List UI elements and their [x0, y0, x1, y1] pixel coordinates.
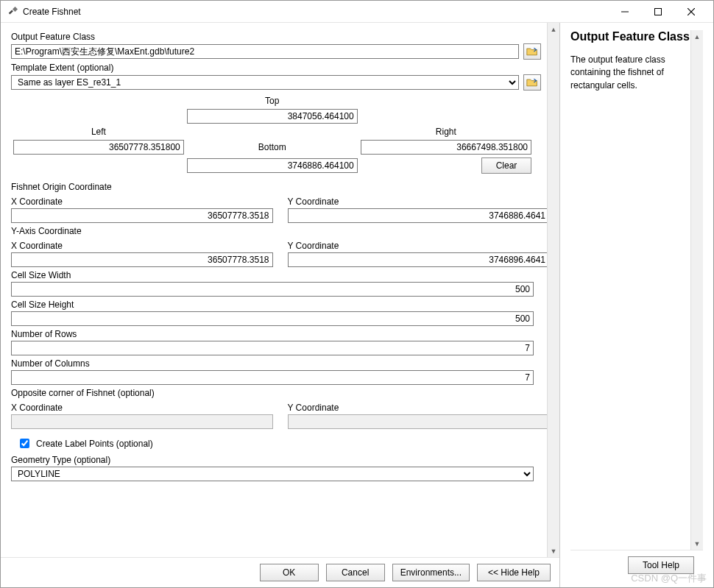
maximize-button[interactable]: [641, 1, 674, 22]
extent-left-input[interactable]: [13, 140, 184, 155]
clear-extent-button[interactable]: Clear: [481, 157, 531, 174]
opp-corner-label: Opposite corner of Fishnet (optional): [11, 388, 549, 398]
extent-top-input[interactable]: [187, 109, 358, 124]
output-fc-label: Output Feature Class: [11, 32, 549, 42]
opp-y-label: Y Coordinate: [288, 403, 550, 413]
extent-grid: Top Left Right: [11, 93, 534, 176]
bottom-label: Bottom: [258, 142, 286, 152]
main-scrollbar[interactable]: ▲ ▼: [547, 23, 559, 557]
geometry-type-label: Geometry Type (optional): [11, 455, 549, 465]
yaxis-x-label: X Coordinate: [11, 241, 273, 251]
browse-extent-button[interactable]: [523, 74, 541, 91]
folder-open-icon: [526, 46, 538, 57]
tool-dialog-window: Create Fishnet Output Feature Class: [0, 0, 714, 588]
geometry-type-select[interactable]: POLYLINE: [11, 467, 534, 481]
num-cols-input[interactable]: [11, 370, 534, 385]
fishnet-origin-label: Fishnet Origin Coordinate: [11, 182, 549, 192]
help-scrollbar[interactable]: ▲ ▼: [690, 30, 703, 550]
svg-rect-1: [654, 8, 661, 15]
window-title: Create Fishnet: [23, 7, 608, 17]
dialog-button-row: OK Cancel Environments... << Hide Help: [1, 557, 559, 587]
yaxis-y-input[interactable]: [288, 252, 550, 267]
output-fc-input[interactable]: [11, 44, 519, 59]
environments-button[interactable]: Environments...: [392, 564, 470, 581]
top-label: Top: [265, 96, 279, 106]
form-area: Output Feature Class Template Extent (op…: [1, 23, 559, 557]
hide-help-button[interactable]: << Hide Help: [477, 564, 551, 581]
template-extent-label: Template Extent (optional): [11, 63, 549, 73]
scroll-down-icon[interactable]: ▼: [691, 537, 704, 550]
main-panel: Output Feature Class Template Extent (op…: [1, 23, 560, 587]
help-title: Output Feature Class: [570, 30, 703, 43]
origin-x-label: X Coordinate: [11, 196, 273, 207]
opp-y-input[interactable]: [288, 414, 550, 429]
cell-width-input[interactable]: [11, 282, 534, 297]
browse-output-button[interactable]: [523, 43, 541, 60]
scroll-up-icon[interactable]: ▲: [548, 23, 560, 35]
create-labels-checkbox[interactable]: [20, 439, 29, 448]
template-extent-select[interactable]: Same as layer ES_re31_1: [11, 75, 519, 90]
scroll-up-icon[interactable]: ▲: [691, 30, 704, 43]
opp-x-input[interactable]: [11, 414, 273, 429]
window-controls: [608, 1, 707, 22]
extent-bottom-input[interactable]: [187, 158, 358, 173]
cell-height-input[interactable]: [11, 311, 534, 326]
tool-help-button[interactable]: Tool Help: [628, 556, 694, 574]
yaxis-x-input[interactable]: [11, 252, 273, 267]
left-label: Left: [91, 127, 106, 137]
hammer-icon: [7, 6, 18, 18]
num-rows-input[interactable]: [11, 341, 534, 355]
extent-right-input[interactable]: [361, 140, 531, 155]
ok-button[interactable]: OK: [260, 564, 319, 581]
yaxis-y-label: Y Coordinate: [288, 241, 550, 251]
origin-y-label: Y Coordinate: [288, 196, 550, 207]
content-area: Output Feature Class Template Extent (op…: [1, 23, 713, 587]
cancel-button[interactable]: Cancel: [326, 564, 385, 581]
close-button[interactable]: [674, 1, 707, 22]
num-rows-label: Number of Rows: [11, 329, 549, 339]
num-cols-label: Number of Columns: [11, 358, 549, 369]
cell-width-label: Cell Size Width: [11, 270, 549, 280]
scroll-down-icon[interactable]: ▼: [548, 545, 560, 557]
create-labels-label: Create Label Points (optional): [36, 439, 153, 449]
origin-x-input[interactable]: [11, 208, 273, 223]
titlebar: Create Fishnet: [1, 1, 713, 23]
yaxis-coord-label: Y-Axis Coordinate: [11, 226, 549, 236]
right-label: Right: [436, 127, 456, 137]
help-body: The output feature class containing the …: [570, 54, 703, 92]
origin-y-input[interactable]: [288, 208, 550, 223]
help-panel: Output Feature Class The output feature …: [560, 23, 713, 587]
opp-x-label: X Coordinate: [11, 403, 273, 413]
cell-height-label: Cell Size Height: [11, 300, 549, 310]
folder-open-icon: [526, 77, 538, 88]
minimize-button[interactable]: [608, 1, 641, 22]
